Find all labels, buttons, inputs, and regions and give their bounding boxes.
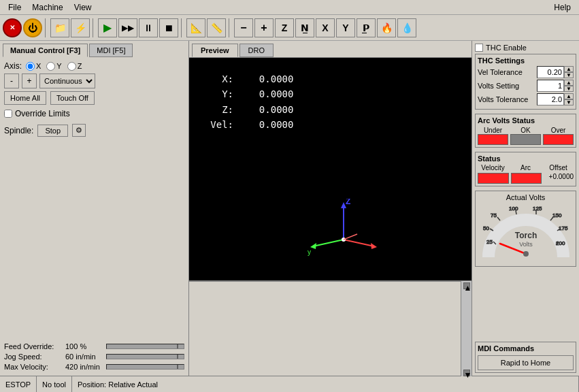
svg-text:Torch: Torch (514, 231, 536, 240)
jog-plus-button[interactable]: + (22, 74, 37, 88)
svg-text:125: 125 (533, 206, 542, 212)
gauge-svg: 25 50 75 100 125 (478, 203, 574, 264)
step-button[interactable]: ⏸ (139, 18, 158, 37)
axis-y-option[interactable]: Y (46, 62, 61, 71)
svg-text:Z: Z (346, 199, 350, 206)
tab-mdi[interactable]: MDI [F5] (89, 44, 133, 57)
jog-speed-row: Jog Speed: 60 in/min (4, 353, 184, 361)
stop-program-button[interactable]: ⏹ (159, 18, 178, 37)
n-button[interactable]: N̲ (295, 18, 314, 37)
vel-coord-row: Vel: 0.0000 (210, 117, 293, 132)
vel-tolerance-input[interactable] (537, 66, 564, 78)
thc-header: THC Enable (475, 44, 576, 52)
override-limits-checkbox[interactable] (4, 110, 12, 118)
axis-z-option[interactable]: Z (67, 62, 82, 71)
open-button[interactable]: 📁 (50, 18, 69, 37)
vscrollbar[interactable]: ▲ ▼ (461, 281, 472, 376)
tab-manual[interactable]: Manual Control [F3] (3, 44, 88, 57)
volts-setting-input[interactable] (537, 80, 564, 92)
thc-enable-checkbox[interactable] (475, 44, 483, 52)
axis-z-radio[interactable] (67, 62, 76, 71)
scroll-up[interactable]: ▲ (463, 282, 470, 289)
volts-tolerance-up[interactable]: ▲ (564, 93, 574, 99)
axis-z-label: Z (78, 62, 82, 70)
feed-override-slider[interactable] (106, 344, 184, 349)
tab-preview[interactable]: Preview (192, 44, 238, 57)
toolbar-sep-2 (93, 18, 95, 37)
scroll-content (189, 282, 461, 376)
x-button[interactable]: X (316, 18, 335, 37)
run-from-button[interactable]: ▶▶ (118, 18, 137, 37)
home-all-button[interactable]: Home All (4, 91, 46, 105)
menu-file[interactable]: File (3, 1, 27, 14)
position-status: Position: Relative Actual (72, 376, 579, 392)
volts-tolerance-down[interactable]: ▼ (564, 99, 574, 105)
z-button[interactable]: Z (275, 18, 294, 37)
vel-coord-label: Vel: (210, 117, 233, 132)
minus-button[interactable]: − (234, 18, 253, 37)
vel-tolerance-up[interactable]: ▲ (564, 66, 574, 72)
axis-x-radio[interactable] (26, 62, 35, 71)
offset-label: Offset (543, 164, 574, 172)
arc-light-status (511, 173, 542, 184)
axis-y-radio[interactable] (46, 62, 55, 71)
arc-over-label: Over (543, 127, 574, 134)
volts-tolerance-input[interactable] (537, 93, 564, 105)
svg-point-29 (523, 251, 529, 257)
rapid-to-home-button[interactable]: Rapid to Home (478, 355, 574, 370)
tool-status: No tool (37, 376, 72, 392)
measure-button[interactable]: 📏 (207, 18, 226, 37)
spindle-icon-button[interactable]: ⚙ (72, 124, 86, 137)
p-button[interactable]: P̲ (357, 18, 376, 37)
arc-ok-light (510, 134, 541, 145)
plus-button[interactable]: + (254, 18, 274, 37)
clear-button[interactable]: 🔥 (377, 18, 396, 37)
tool-button[interactable]: 📐 (186, 18, 205, 37)
volts-tolerance-label: Volts Tolerance (478, 95, 537, 103)
jog-mode-select[interactable]: Continuous Step (39, 74, 95, 88)
y-button[interactable]: Y (336, 18, 355, 37)
jog-speed-slider[interactable] (106, 354, 184, 359)
vel-tolerance-down[interactable]: ▼ (564, 72, 574, 78)
arc-under-label: Under (478, 127, 508, 134)
extra-button[interactable]: 💧 (397, 18, 416, 37)
svg-text:200: 200 (556, 240, 565, 246)
scroll-down[interactable]: ▼ (463, 370, 470, 376)
arc-volts-status-box: Arc Volts Status Under OK Over (475, 114, 576, 148)
svg-marker-4 (371, 243, 377, 249)
override-limits-label: Override Limits (15, 109, 70, 118)
y-coord-row: Y: 0.0000 (210, 86, 293, 101)
tab-dro[interactable]: DRO (239, 44, 274, 57)
arc-label: Arc (510, 164, 541, 172)
spindle-stop-button[interactable]: Stop (37, 125, 68, 137)
jog-minus-button[interactable]: - (4, 74, 19, 88)
menu-help[interactable]: Help (548, 1, 576, 14)
bottom-status: Feed Override: 100 % Jog Speed: 60 in/mi… (0, 340, 188, 376)
volts-setting-row: Volts Setting ▲ ▼ (478, 80, 574, 92)
z-coord-label: Z: (210, 102, 233, 117)
scroll-area[interactable] (189, 281, 461, 376)
axis-x-option[interactable]: X (26, 62, 41, 71)
svg-line-14 (497, 217, 500, 220)
svg-text:y: y (308, 248, 311, 256)
estop-status: ESTOP (0, 376, 37, 392)
status-lights-row: +0.0000 (478, 173, 574, 184)
touch-off-button[interactable]: Touch Off (50, 91, 95, 105)
tabs-row: Manual Control [F3] MDI [F5] (3, 44, 186, 57)
vel-tolerance-label: Vel Tolerance (478, 68, 537, 76)
axis-radio-group: X Y Z (26, 62, 82, 71)
power-button[interactable]: ⏻ (23, 18, 42, 37)
volts-setting-up[interactable]: ▲ (564, 80, 574, 86)
estop-button[interactable]: ✕ (3, 18, 22, 37)
menu-machine[interactable]: Machine (27, 1, 68, 14)
reload-button[interactable]: ⚡ (71, 18, 90, 37)
run-button[interactable]: ▶ (98, 18, 117, 37)
x-coord-value: 0.0000 (246, 71, 293, 86)
max-velocity-slider[interactable] (106, 364, 184, 370)
manual-control: Axis: X Y Z (0, 57, 188, 144)
feed-override-label: Feed Override: (4, 342, 65, 350)
menu-view[interactable]: View (69, 1, 97, 14)
volts-setting-down[interactable]: ▼ (564, 86, 574, 92)
vel-tolerance-row: Vel Tolerance ▲ ▼ (478, 66, 574, 78)
svg-text:100: 100 (509, 206, 518, 212)
